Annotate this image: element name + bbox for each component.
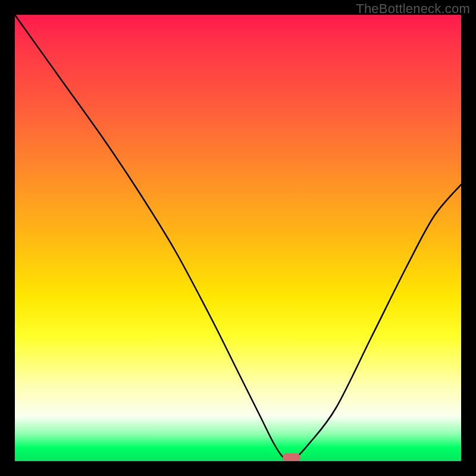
chart-frame: TheBottleneck.com [0, 0, 476, 476]
plot-area [15, 15, 461, 461]
bottleneck-curve [15, 15, 461, 461]
optimum-marker [283, 453, 300, 461]
watermark-text: TheBottleneck.com [356, 1, 470, 17]
